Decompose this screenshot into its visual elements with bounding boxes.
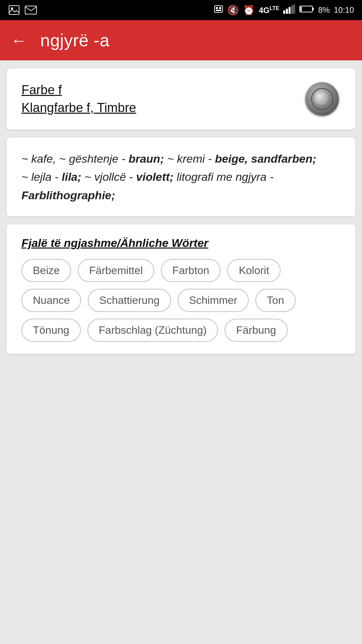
svg-rect-7 [283, 10, 285, 14]
svg-rect-4 [216, 7, 218, 9]
svg-rect-9 [289, 7, 291, 14]
svg-rect-6 [216, 10, 221, 11]
back-button[interactable]: ← [11, 31, 27, 50]
status-left-icons [8, 4, 37, 16]
mute-icon: 🔇 [227, 5, 239, 16]
sim-icon [214, 4, 223, 16]
tag-item[interactable]: Beize [21, 259, 71, 282]
status-right-icons: 🔇 ⏰ 4GLTE 8% 10:10 [214, 4, 354, 16]
def-line-1: Farbe f [21, 83, 136, 97]
tag-item[interactable]: Schattierung [88, 289, 171, 312]
content-area: Farbe f Klangfarbe f, Timbre ~ kafe, ~ g… [0, 60, 362, 362]
app-bar: ← ngjyrë -a [0, 20, 362, 60]
svg-rect-2 [25, 6, 37, 14]
svg-rect-3 [215, 6, 223, 12]
tag-item[interactable]: Färbung [225, 319, 287, 342]
status-bar: 🔇 ⏰ 4GLTE 8% 10:10 [0, 0, 362, 20]
svg-rect-14 [300, 7, 302, 11]
svg-rect-0 [9, 6, 19, 14]
network-icon: 4GLTE [259, 5, 279, 15]
def-line-2: Klangfarbe f, Timbre [21, 101, 136, 115]
alarm-icon: ⏰ [243, 5, 255, 16]
battery-percent: 8% [318, 5, 330, 15]
tag-item[interactable]: Kolorit [227, 259, 281, 282]
tag-item[interactable]: Farbton [161, 259, 221, 282]
examples-card: ~ kafe, ~ gështenje - braun; ~ kremi - b… [7, 138, 355, 216]
tag-item[interactable]: Schimmer [178, 289, 249, 312]
tags-container: BeizeFärbemittelFarbtonKoloritNuanceScha… [21, 259, 341, 342]
image-icon [8, 4, 20, 16]
tag-item[interactable]: Färbemittel [78, 259, 154, 282]
mail-icon [25, 4, 37, 16]
speaker-button[interactable] [304, 80, 341, 117]
examples-text: ~ kafe, ~ gështenje - braun; ~ kremi - b… [21, 150, 341, 204]
svg-rect-13 [312, 8, 314, 10]
time: 10:10 [334, 5, 354, 15]
tag-item[interactable]: Farbschlag (Züchtung) [87, 319, 218, 342]
tag-item[interactable]: Nuance [21, 289, 81, 312]
signal-icon [283, 4, 295, 16]
definition-text: Farbe f Klangfarbe f, Timbre [21, 83, 136, 115]
svg-rect-5 [219, 7, 221, 9]
tag-item[interactable]: Ton [255, 289, 296, 312]
similar-words-title: Fjalë të ngjashme/Ähnliche Wörter [21, 236, 341, 250]
definition-card: Farbe f Klangfarbe f, Timbre [7, 68, 355, 129]
svg-rect-10 [291, 5, 293, 14]
svg-rect-11 [293, 4, 295, 14]
similar-words-card: Fjalë të ngjashme/Ähnliche Wörter BeizeF… [7, 224, 355, 354]
page-title: ngjyrë -a [40, 30, 110, 50]
tag-item[interactable]: Tönung [21, 319, 81, 342]
battery-icon [299, 5, 314, 15]
svg-rect-8 [286, 9, 288, 14]
speaker-icon [305, 82, 339, 116]
